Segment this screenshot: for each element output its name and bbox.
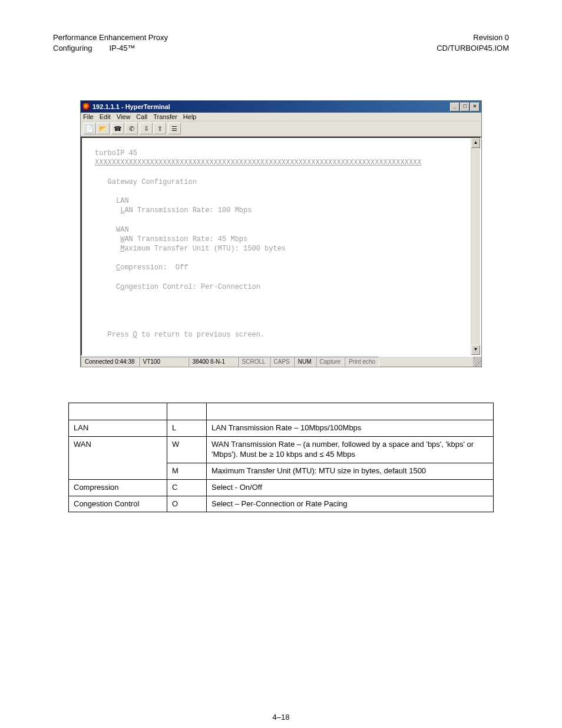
receive-icon[interactable]: ⇧ (153, 123, 166, 134)
menu-bar: File Edit View Call Transfer Help (81, 113, 481, 121)
table-row: CompressionCSelect - On/Off (69, 479, 494, 496)
new-doc-icon[interactable]: 📄 (83, 123, 96, 134)
term-separator: XXXXXXXXXXXXXXXXXXXXXXXXXXXXXXXXXXXXXXXX… (95, 159, 422, 167)
table-cell-key: M (167, 463, 207, 479)
table-header-2 (167, 403, 207, 420)
scroll-down-icon[interactable]: ▼ (471, 345, 480, 355)
window-controls: _ □ × (450, 103, 480, 111)
menu-file[interactable]: File (83, 113, 94, 120)
table-cell-description: LAN Transmission Rate – 10Mbps/100Mbps (207, 420, 494, 437)
status-capture: Capture (316, 357, 345, 367)
menu-edit[interactable]: Edit (100, 113, 111, 120)
term-app-title: turboIP 45 (95, 149, 137, 157)
status-bar: Connected 0:44:38 VT100 38400 8-N-1 SCRO… (81, 356, 481, 367)
page-number: 4–18 (53, 713, 509, 722)
status-emulation: VT100 (139, 357, 189, 367)
minimize-button[interactable]: _ (450, 103, 459, 111)
table-cell-key: L (167, 420, 207, 437)
vertical-scrollbar[interactable]: ▲ ▼ (471, 138, 480, 355)
table-header-1 (69, 403, 167, 420)
page-header: Performance Enhancement Proxy Configurin… (53, 32, 509, 53)
terminal-output[interactable]: turboIP 45 XXXXXXXXXXXXXXXXXXXXXXXXXXXXX… (82, 138, 471, 355)
terminal-content-wrap: turboIP 45 XXXXXXXXXXXXXXXXXXXXXXXXXXXXX… (81, 137, 481, 356)
scroll-up-icon[interactable]: ▲ (471, 138, 480, 148)
header-right-line2: CD/TURBOIP45.IOM (437, 44, 509, 52)
table-cell-description: WAN Transmission Rate – (a number, follo… (207, 436, 494, 463)
table-row: Congestion ControlOSelect – Per-Connecti… (69, 496, 494, 512)
table-cell-key: O (167, 496, 207, 512)
table-header-3 (207, 403, 494, 420)
window-title: 192.1.1.1 - HyperTerminal (92, 103, 170, 110)
menu-help[interactable]: Help (183, 113, 197, 120)
menu-call[interactable]: Call (136, 113, 147, 120)
header-left-line2: Configuring (53, 44, 92, 52)
status-printecho: Print echo (345, 357, 379, 367)
header-right-line1: Revision 0 (473, 33, 509, 42)
table-cell-feature: Congestion Control (69, 496, 167, 512)
table-row: LANLLAN Transmission Rate – 10Mbps/100Mb… (69, 420, 494, 437)
app-icon (83, 103, 90, 110)
tool-bar: 📄 📂 ☎ ✆ ⇩ ⇧ ☰ (81, 121, 481, 137)
table-header-row (69, 403, 494, 420)
term-quit-hotkey: Q (133, 331, 137, 339)
table-cell-key: C (167, 479, 207, 496)
menu-transfer[interactable]: Transfer (153, 113, 177, 120)
table-cell-description: Select – Per-Connection or Rate Pacing (207, 496, 494, 512)
table-cell-key: W (167, 436, 207, 463)
term-section-header: Gateway Configuration (95, 178, 197, 186)
header-left-line1: Performance Enhancement Proxy (53, 33, 168, 42)
status-num: NUM (294, 357, 316, 367)
close-button[interactable]: × (470, 103, 480, 111)
document-page: Performance Enhancement Proxy Configurin… (0, 0, 562, 728)
table-cell-feature: LAN (69, 420, 167, 437)
open-folder-icon[interactable]: 📂 (97, 123, 110, 134)
status-caps: CAPS (270, 357, 294, 367)
reference-table: LANLLAN Transmission Rate – 10Mbps/100Mb… (68, 403, 494, 512)
status-connected: Connected 0:44:38 (81, 357, 139, 367)
term-wan-header: WAN (95, 226, 129, 234)
title-bar[interactable]: 192.1.1.1 - HyperTerminal _ □ × (81, 101, 481, 113)
menu-view[interactable]: View (117, 113, 131, 120)
properties-icon[interactable]: ☰ (168, 123, 181, 134)
table-row: WANWWAN Transmission Rate – (a number, f… (69, 436, 494, 463)
send-icon[interactable]: ⇩ (140, 123, 153, 134)
hyperterminal-window: 192.1.1.1 - HyperTerminal _ □ × File Edi… (80, 100, 482, 367)
resize-grip-icon[interactable] (473, 357, 481, 367)
table-cell-description: Select - On/Off (207, 479, 494, 496)
header-left-line2-indent: IP-45™ (109, 44, 135, 52)
term-lan-header: LAN (95, 197, 129, 205)
table-cell-feature: Compression (69, 479, 167, 496)
status-port: 38400 8-N-1 (189, 357, 238, 367)
maximize-button[interactable]: □ (460, 103, 470, 111)
disconnect-icon[interactable]: ✆ (125, 123, 138, 134)
table-cell-feature: WAN (69, 436, 167, 479)
status-scroll: SCROLL (238, 357, 270, 367)
connect-icon[interactable]: ☎ (111, 123, 124, 134)
table-cell-description: Maximum Transfer Unit (MTU): MTU size in… (207, 463, 494, 479)
